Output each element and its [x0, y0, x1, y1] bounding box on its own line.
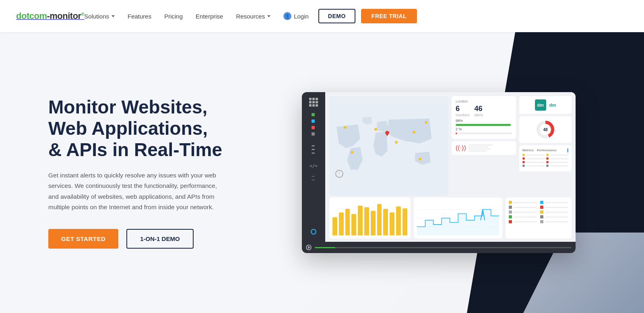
stat-num1: 6: [456, 105, 470, 113]
hero-title-line3: & APIs in Real-Time: [48, 139, 222, 160]
video-progress-track[interactable]: [315, 247, 572, 248]
nav-item-features[interactable]: Features: [128, 13, 151, 20]
navbar: dotcom-monitor® Solutions Features Prici…: [0, 0, 644, 32]
demo-outline-button[interactable]: 1-ON-1 DEMO: [126, 229, 193, 249]
chevron-down-icon-2: [267, 15, 270, 17]
dashboard-right-panel: dm dm 48: [519, 96, 572, 196]
stat-card-connectivity: ((·)): [452, 141, 516, 155]
bar-7: [371, 211, 376, 236]
dashboard-main: London 6 monitors 46 alerts: [325, 92, 576, 242]
bar-1: [332, 217, 337, 235]
svg-marker-8: [417, 210, 499, 236]
nav-link-enterprise[interactable]: Enterprise: [196, 13, 223, 20]
login-label: Login: [294, 13, 309, 20]
hero-title-line2: Web Applications,: [48, 118, 208, 139]
logo[interactable]: dotcom-monitor®: [16, 11, 84, 21]
bar-2: [339, 212, 344, 235]
dashboard-bar-chart: [329, 198, 411, 239]
bar-3: [345, 209, 350, 235]
nav-item-solutions[interactable]: Solutions: [84, 13, 115, 20]
free-trial-button[interactable]: FREE TRIAL: [361, 9, 417, 23]
hero-title-line1: Monitor Websites,: [48, 97, 207, 117]
stat-location: London: [456, 99, 512, 103]
nav-label-enterprise: Enterprise: [196, 13, 223, 20]
dashboard-inner: </>: [302, 92, 576, 242]
hero-right: </>: [242, 92, 612, 253]
bar-10: [390, 212, 394, 235]
chevron-down-icon: [111, 15, 115, 17]
hero-title: Monitor Websites, Web Applications, & AP…: [48, 97, 242, 161]
dashboard-logo-card: dm dm: [519, 96, 572, 114]
hero-buttons: GET STARTED 1-ON-1 DEMO: [48, 229, 242, 249]
bar-8: [377, 204, 382, 235]
nav-label-solutions: Solutions: [84, 13, 109, 20]
bars-container: [332, 201, 407, 235]
stat-pct2: 2 %: [456, 127, 462, 131]
dashboard-mockup: </>: [302, 92, 576, 253]
stat-pct1: 98%: [456, 119, 463, 123]
stat-num2: 46: [475, 105, 483, 113]
stat-card-london: London 6 monitors 46 alerts: [452, 96, 516, 139]
video-progress-fill: [315, 247, 335, 248]
nav-link-features[interactable]: Features: [128, 13, 151, 20]
nav-link-pricing[interactable]: Pricing: [164, 13, 183, 20]
bar-11: [396, 206, 401, 235]
dashboard-top-row: London 6 monitors 46 alerts: [325, 92, 576, 198]
logo-dotcom: dotcom: [16, 11, 47, 21]
nav-item-resources[interactable]: Resources: [236, 13, 270, 20]
nav-item-pricing[interactable]: Pricing: [164, 13, 183, 20]
nav-label-resources: Resources: [236, 13, 265, 20]
logo-reg: ®: [81, 12, 85, 16]
bar-12: [402, 208, 407, 235]
nav-links: Solutions Features Pricing Enterprise Re…: [84, 13, 270, 20]
dashboard-table-chart: [506, 198, 572, 239]
nav-label-pricing: Pricing: [164, 13, 183, 20]
nav-link-resources[interactable]: Resources: [236, 13, 270, 20]
dashboard-stats: London 6 monitors 46 alerts: [452, 96, 516, 196]
performance-title: Performance: [537, 148, 557, 152]
dashboard-map: [329, 96, 448, 196]
dashboard-bottom-row: [325, 198, 576, 242]
nav-item-enterprise[interactable]: Enterprise: [196, 13, 223, 20]
hero-section: Monitor Websites, Web Applications, & AP…: [0, 32, 644, 313]
dashboard-line-chart: [414, 198, 502, 239]
bar-4: [351, 214, 356, 235]
bar-5: [358, 206, 363, 235]
svg-marker-1: [386, 134, 388, 136]
demo-button[interactable]: DEMO: [318, 9, 355, 23]
dashboard-video-bar: [302, 242, 576, 253]
dashboard-metrics-card: Metrics Performance ▐: [519, 145, 572, 171]
svg-text:48: 48: [543, 128, 548, 132]
login-link[interactable]: 👤 Login: [283, 12, 309, 20]
dm-icon: dm: [535, 99, 546, 111]
nav-link-solutions[interactable]: Solutions: [84, 13, 115, 20]
dashboard-donut-card: 48: [519, 116, 572, 143]
hero-description: Get instant alerts to quickly resolve an…: [48, 170, 225, 212]
nav-label-features: Features: [128, 13, 151, 20]
user-icon: 👤: [283, 12, 291, 20]
play-button[interactable]: [306, 245, 312, 250]
get-started-button[interactable]: GET STARTED: [48, 229, 118, 249]
bar-6: [364, 207, 369, 235]
dashboard-sidebar: </>: [302, 92, 325, 242]
logo-monitor: monitor: [50, 11, 81, 21]
bar-9: [383, 209, 388, 235]
metrics-title: Metrics: [522, 148, 534, 152]
hero-left: Monitor Websites, Web Applications, & AP…: [48, 97, 242, 248]
